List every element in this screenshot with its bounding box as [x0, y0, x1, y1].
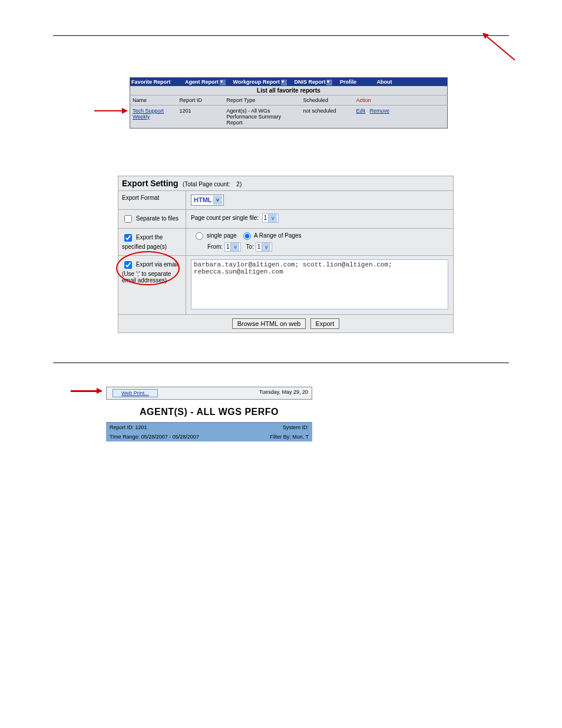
chevron-down-icon[interactable] [281, 80, 287, 85]
chevron-down-icon[interactable] [220, 80, 226, 85]
browse-html-button[interactable]: Browse HTML on web [232, 318, 306, 329]
export-setting-panel: Export Setting (Total Page count: 2) Exp… [118, 176, 454, 333]
edit-link[interactable]: Edit [356, 108, 366, 114]
report-id-label: Report ID: 1201 [110, 424, 147, 430]
email-addresses-textarea[interactable] [191, 259, 448, 309]
single-page-label: single page [207, 232, 237, 239]
range-pages-label: A Range of Pages [254, 232, 302, 239]
export-email-label: Export via email [136, 261, 178, 268]
export-email-hint: (Use ';' to separate email addresses) [122, 271, 171, 284]
report-date: Tuesday, May 29, 20 [259, 389, 308, 395]
menu-dnis[interactable]: DNIS Report [294, 79, 335, 85]
menu-profile[interactable]: Profile [340, 79, 359, 85]
favorite-reports-title: List all favorite reports [130, 86, 448, 95]
report-type-cell: Agent(s) - All WGs Performance Summary R… [224, 106, 301, 129]
chevron-down-icon[interactable] [326, 80, 332, 85]
arrow-indicator-left [94, 110, 127, 111]
filter-by-label: Filter By: Mon, T [270, 434, 309, 440]
remove-link[interactable]: Remove [370, 108, 390, 114]
arrow-indicator-webprint [71, 390, 101, 392]
range-pages-radio[interactable] [243, 232, 251, 240]
report-name-link[interactable]: Tech Support Weekly [133, 108, 164, 120]
chevron-down-icon[interactable]: v [262, 243, 270, 251]
col-scheduled: Scheduled [301, 95, 354, 106]
export-setting-title: Export Setting (Total Page count: 2) [118, 176, 454, 191]
export-format-select[interactable]: HTMLv [191, 195, 224, 206]
report-title: AGENT(S) - ALL WGS PERFO [106, 400, 312, 422]
menu-workgroup[interactable]: Workgroup Report [233, 79, 289, 85]
report-id-cell: 1201 [177, 106, 224, 129]
export-email-checkbox[interactable] [124, 261, 132, 269]
page-count-label: Page count per single file: [191, 215, 259, 221]
favorite-reports-panel: Favorite Report Agent Report Workgroup R… [130, 77, 448, 129]
col-report-id: Report ID [177, 95, 224, 106]
separate-files-checkbox[interactable] [124, 215, 132, 223]
export-button[interactable]: Export [310, 318, 340, 329]
export-format-label: Export Format [118, 191, 186, 210]
menu-bar: Favorite Report Agent Report Workgroup R… [130, 78, 448, 87]
system-id-label: System ID: [283, 424, 309, 430]
web-print-panel: Web Print... Tuesday, May 29, 20 AGENT(S… [106, 387, 312, 442]
menu-about[interactable]: About [376, 79, 394, 85]
to-select[interactable]: 1v [256, 242, 273, 252]
separate-files-label: Separate to files [136, 215, 178, 222]
from-label: From: [207, 243, 223, 250]
to-label: To: [246, 243, 254, 250]
chevron-down-icon[interactable]: v [213, 196, 222, 205]
chevron-down-icon[interactable]: v [230, 243, 239, 251]
menu-agent[interactable]: Agent Report [185, 79, 228, 85]
col-name: Name [130, 95, 177, 106]
menu-favorite[interactable]: Favorite Report [131, 79, 173, 85]
export-specified-checkbox[interactable] [124, 234, 132, 242]
from-select[interactable]: 1v [224, 242, 242, 252]
page-count-select[interactable]: 1v [262, 213, 279, 223]
col-action: Action [354, 95, 448, 106]
scheduled-cell: not scheduled [301, 106, 354, 129]
table-row: Tech Support Weekly 1201 Agent(s) - All … [130, 106, 448, 129]
web-print-button[interactable]: Web Print... [113, 389, 158, 397]
col-report-type: Report Type [224, 95, 301, 106]
time-range-label: Time Range: 05/28/2007 - 05/28/2007 [110, 434, 199, 440]
single-page-radio[interactable] [196, 232, 203, 240]
arrow-indicator-action [483, 33, 515, 61]
chevron-down-icon[interactable]: v [268, 214, 277, 222]
